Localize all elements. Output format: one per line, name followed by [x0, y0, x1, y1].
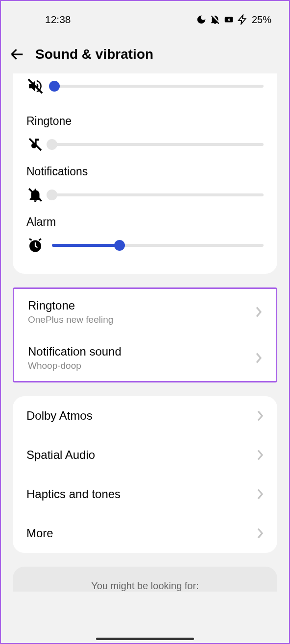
ringtone-slider-track[interactable]: [52, 143, 264, 146]
sounds-card: Ringtone OnePlus new feeling Notificatio…: [13, 287, 277, 382]
options-card: Dolby Atmos Spatial Audio Haptics and to…: [13, 396, 277, 553]
slider-thumb[interactable]: [114, 240, 125, 251]
lightning-icon: [237, 14, 248, 25]
slider-thumb[interactable]: [47, 139, 57, 150]
media-slider-track[interactable]: [50, 85, 264, 88]
header: Sound & vibration: [1, 28, 289, 73]
notification-sound-item[interactable]: Notification sound Whoop-doop: [14, 335, 276, 381]
home-indicator[interactable]: [96, 638, 194, 640]
chevron-right-icon: [257, 527, 264, 539]
alarm-slider-row[interactable]: [26, 237, 264, 254]
slider-fill: [52, 244, 120, 247]
notification-sound-subtitle: Whoop-doop: [28, 360, 121, 371]
slider-thumb[interactable]: [47, 190, 57, 200]
ringtone-subtitle: OnePlus new feeling: [28, 314, 113, 325]
ringtone-slider-row[interactable]: [26, 136, 264, 153]
page-title: Sound & vibration: [35, 47, 153, 62]
svg-line-6: [29, 239, 32, 240]
alarm-icon: [26, 237, 44, 254]
bell-off-slider-icon: [26, 186, 44, 204]
status-time: 12:38: [45, 14, 71, 25]
battery-percent: 25%: [252, 14, 271, 25]
media-mute-icon: [26, 77, 44, 95]
chevron-right-icon: [257, 449, 264, 461]
notification-sound-title: Notification sound: [28, 345, 121, 358]
notifications-slider-label: Notifications: [26, 165, 264, 178]
chevron-right-icon: [255, 306, 262, 318]
music-off-icon: [26, 136, 44, 153]
dolby-label: Dolby Atmos: [26, 409, 93, 423]
back-icon[interactable]: [9, 46, 25, 63]
media-slider-row[interactable]: [13, 77, 277, 105]
svg-text:✕: ✕: [227, 18, 230, 22]
alarm-slider-label: Alarm: [26, 215, 264, 229]
notifications-slider-section: Notifications: [13, 155, 277, 206]
ringtone-title: Ringtone: [28, 299, 113, 312]
dolby-atmos-item[interactable]: Dolby Atmos: [13, 396, 277, 435]
volume-card: Ringtone Notifications: [13, 73, 277, 274]
chevron-right-icon: [257, 488, 264, 500]
ringtone-slider-section: Ringtone: [13, 105, 277, 155]
footer-text: You might be looking for:: [13, 580, 277, 592]
ringtone-item[interactable]: Ringtone OnePlus new feeling: [14, 289, 276, 335]
footer-card: You might be looking for:: [13, 567, 277, 592]
bell-off-icon: [210, 14, 220, 25]
status-bar: 12:38 ✕ 25%: [1, 1, 289, 28]
slider-thumb[interactable]: [49, 81, 60, 92]
chevron-right-icon: [255, 352, 262, 364]
more-item[interactable]: More: [13, 514, 277, 553]
svg-line-7: [39, 239, 42, 240]
haptics-item[interactable]: Haptics and tones: [13, 475, 277, 514]
alarm-slider-track[interactable]: [52, 244, 264, 247]
notifications-slider-track[interactable]: [52, 193, 264, 196]
notifications-slider-row[interactable]: [26, 186, 264, 204]
battery-saver-icon: ✕: [223, 14, 234, 25]
spatial-audio-item[interactable]: Spatial Audio: [13, 435, 277, 475]
alarm-slider-section: Alarm: [13, 206, 277, 256]
more-label: More: [26, 526, 53, 540]
chevron-right-icon: [257, 410, 264, 422]
status-icons: ✕ 25%: [196, 14, 271, 25]
ringtone-slider-label: Ringtone: [26, 115, 264, 128]
haptics-label: Haptics and tones: [26, 487, 121, 501]
spatial-label: Spatial Audio: [26, 448, 95, 462]
moon-icon: [196, 14, 207, 25]
